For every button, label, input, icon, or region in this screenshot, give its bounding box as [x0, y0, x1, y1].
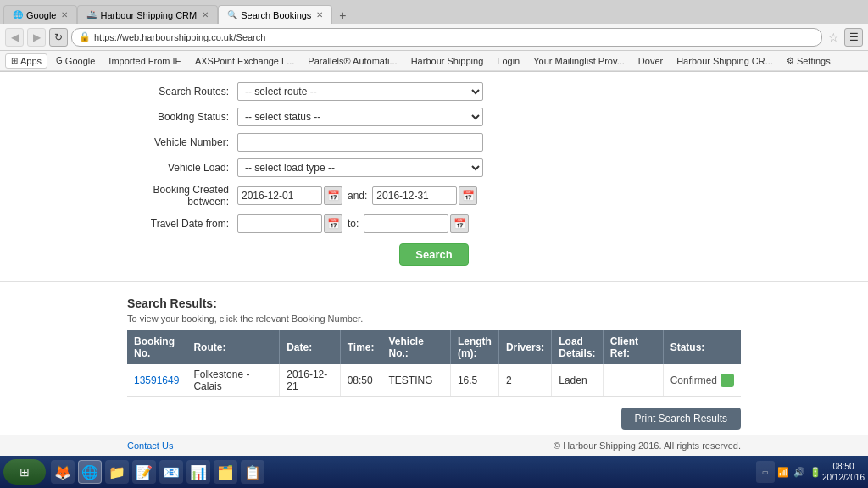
- bookmark-harbour-shipping-label: Harbour Shipping: [411, 56, 484, 66]
- tray-sound-icon: 🔊: [793, 465, 806, 479]
- col-length: Length(m):: [450, 330, 498, 364]
- taskbar-explorer-icon[interactable]: 📁: [105, 460, 129, 484]
- taskbar-browser-icon[interactable]: 🌐: [78, 460, 102, 484]
- status-confirmed: Confirmed: [670, 374, 734, 387]
- start-button[interactable]: ⊞: [3, 459, 46, 485]
- cell-booking-no: 13591649: [127, 364, 186, 397]
- taskbar-date-value: 20/12/2016: [822, 472, 865, 483]
- taskbar-excel-icon[interactable]: 📊: [186, 460, 210, 484]
- results-title: Search Results:: [127, 297, 741, 310]
- taskbar-firefox-icon[interactable]: 🦊: [51, 460, 75, 484]
- results-hint: To view your booking, click the relevant…: [127, 313, 741, 324]
- cell-length: 16.5: [450, 364, 498, 397]
- tab-search-close[interactable]: ✕: [316, 10, 323, 19]
- booking-number-link[interactable]: 13591649: [134, 374, 179, 386]
- url-bar[interactable]: 🔒 https://web.harbourshipping.co.uk/Sear…: [71, 28, 822, 47]
- section-divider: [0, 286, 868, 286]
- vehicle-number-input[interactable]: [237, 133, 483, 152]
- table-row: 13591649 Folkestone - Calais 2016-12-21 …: [127, 364, 741, 397]
- search-button[interactable]: Search: [399, 243, 468, 266]
- travel-from-calendar-button[interactable]: 📅: [324, 214, 342, 233]
- bookmark-login[interactable]: Login: [492, 54, 525, 68]
- tab-harbour[interactable]: 🚢 Harbour Shipping CRM ✕: [77, 5, 218, 24]
- tab-harbour-icon: 🚢: [86, 10, 97, 19]
- search-routes-select[interactable]: -- select route --: [237, 82, 483, 101]
- bookmark-apps[interactable]: ⊞ Apps: [5, 53, 47, 69]
- cell-drivers: 2: [498, 364, 551, 397]
- cell-status: Confirmed: [663, 364, 741, 397]
- bookmark-axs[interactable]: AXSPoint Exchange L...: [190, 54, 299, 68]
- cell-date: 2016-12-21: [280, 364, 340, 397]
- booking-status-label: Booking Status:: [127, 111, 237, 123]
- google-bookmark-icon: G: [56, 56, 63, 65]
- vehicle-load-row: Vehicle Load: -- select load type --: [127, 158, 741, 177]
- bookmark-google-label: Google: [65, 56, 95, 66]
- copyright-text: © Harbour Shipping 2016. All rights rese…: [554, 441, 741, 451]
- col-drivers: Drivers:: [498, 330, 551, 364]
- bookmark-mailinglist[interactable]: Your Mailinglist Prov...: [528, 54, 630, 68]
- back-button[interactable]: ◀: [5, 28, 24, 47]
- forward-button[interactable]: ▶: [27, 28, 46, 47]
- tab-harbour-label: Harbour Shipping CRM: [100, 10, 197, 20]
- contact-us-link[interactable]: Contact Us: [127, 441, 173, 451]
- bookmark-settings-label: Settings: [797, 56, 831, 66]
- header-row: BookingNo. Route: Date: Time: Vehicle No…: [127, 330, 741, 364]
- bookmark-axs-label: AXSPoint Exchange L...: [195, 56, 294, 66]
- bookmark-harbour-shipping[interactable]: Harbour Shipping: [406, 54, 489, 68]
- system-tray: 📶 🔊 🔋: [776, 465, 822, 479]
- travel-to-input[interactable]: [364, 214, 448, 233]
- bookmark-settings[interactable]: ⚙ Settings: [782, 54, 836, 68]
- booking-to-input[interactable]: [372, 186, 457, 205]
- status-text: Confirmed: [670, 374, 717, 386]
- windows-icon: ⊞: [19, 465, 30, 479]
- bookmark-dover[interactable]: Dover: [633, 54, 668, 68]
- taskbar-outlook-icon[interactable]: 📧: [159, 460, 183, 484]
- tray-battery-icon: 🔋: [809, 465, 822, 479]
- new-tab-button[interactable]: +: [334, 7, 351, 24]
- tab-google[interactable]: 🌐 Google ✕: [3, 5, 77, 24]
- booking-from-calendar-button[interactable]: 📅: [324, 186, 342, 205]
- col-booking-no: BookingNo.: [127, 330, 186, 364]
- col-route: Route:: [186, 330, 280, 364]
- results-section: Search Results: To view your booking, cl…: [0, 290, 868, 438]
- booking-from-input[interactable]: [237, 186, 322, 205]
- cell-load: Laden: [552, 364, 603, 397]
- bookmark-harbour-crm[interactable]: Harbour Shipping CR...: [671, 54, 778, 68]
- tab-search-icon: 🔍: [227, 10, 237, 19]
- tab-search[interactable]: 🔍 Search Bookings ✕: [218, 5, 332, 24]
- show-desktop-button[interactable]: ▭: [756, 461, 775, 483]
- tab-google-close[interactable]: ✕: [61, 10, 68, 19]
- refresh-button[interactable]: ↻: [49, 28, 68, 47]
- taskbar-notes-icon[interactable]: 📋: [241, 460, 264, 484]
- results-table-body: 13591649 Folkestone - Calais 2016-12-21 …: [127, 364, 741, 397]
- travel-from-input[interactable]: [237, 214, 322, 233]
- bookmark-mailinglist-label: Your Mailinglist Prov...: [533, 56, 625, 66]
- search-button-row: Search: [127, 240, 741, 266]
- print-search-results-button[interactable]: Print Search Results: [621, 408, 741, 430]
- tab-search-label: Search Bookings: [241, 10, 311, 20]
- taskbar-word-icon[interactable]: 📝: [132, 460, 156, 484]
- travel-date-label: Travel Date from:: [127, 218, 237, 230]
- search-form: Search Routes: -- select route -- Bookin…: [0, 72, 868, 282]
- navigation-bar: ◀ ▶ ↻ 🔒 https://web.harbourshipping.co.u…: [0, 24, 868, 51]
- menu-button[interactable]: ☰: [844, 28, 863, 47]
- booking-to-calendar-button[interactable]: 📅: [459, 186, 477, 205]
- cell-time: 08:50: [340, 364, 381, 397]
- bookmark-star-button[interactable]: ☆: [826, 30, 841, 45]
- tab-harbour-close[interactable]: ✕: [202, 10, 209, 19]
- col-time: Time:: [340, 330, 381, 364]
- url-text: https://web.harbourshipping.co.uk/Search: [94, 32, 265, 42]
- vehicle-load-select[interactable]: -- select load type --: [237, 158, 483, 177]
- bookmark-google[interactable]: G Google: [51, 54, 100, 68]
- bookmark-imported[interactable]: Imported From IE: [103, 54, 186, 68]
- to-label: to:: [348, 218, 359, 230]
- travel-to-calendar-button[interactable]: 📅: [450, 214, 469, 233]
- results-table: BookingNo. Route: Date: Time: Vehicle No…: [127, 330, 741, 397]
- tray-network-icon: 📶: [776, 465, 790, 479]
- booking-status-select[interactable]: -- select status --: [237, 108, 483, 126]
- taskbar-folder-icon[interactable]: 🗂️: [214, 460, 237, 484]
- print-button-container: Print Search Results: [127, 397, 741, 430]
- tab-bar: 🌐 Google ✕ 🚢 Harbour Shipping CRM ✕ 🔍 Se…: [0, 0, 868, 24]
- booking-created-label: Booking Created between:: [127, 184, 237, 208]
- bookmark-parallels[interactable]: Parallels® Automati...: [303, 54, 402, 68]
